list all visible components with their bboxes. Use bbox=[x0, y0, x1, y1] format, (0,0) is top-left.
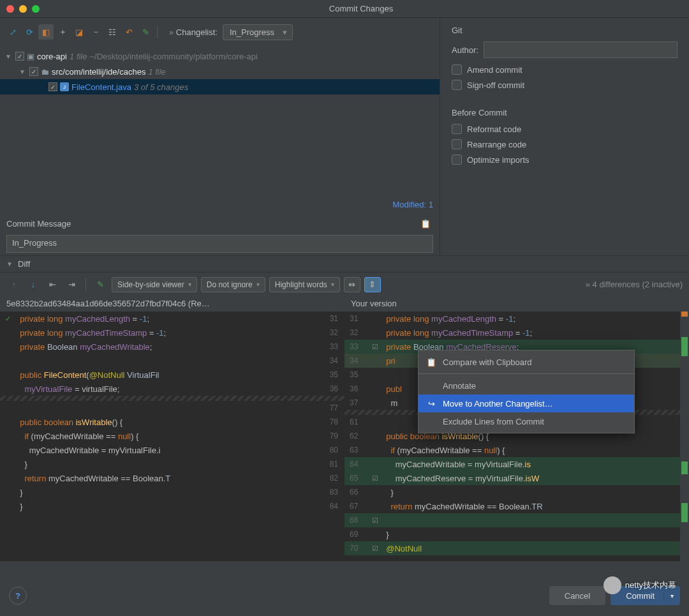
close-window-button[interactable] bbox=[6, 5, 14, 13]
viewer-dropdown[interactable]: Side-by-side viewer bbox=[112, 277, 197, 292]
ignore-dropdown[interactable]: Do not ignore bbox=[201, 277, 265, 292]
window-title: Commit Changes bbox=[40, 4, 683, 13]
prev-change-icon[interactable]: ↑ bbox=[6, 277, 22, 292]
changelist-dropdown[interactable]: In_Progress bbox=[223, 24, 293, 40]
checkbox[interactable]: ✓ bbox=[48, 82, 57, 91]
right-code[interactable]: 📋 Compare with Clipboard Annotate ↪ Move… bbox=[344, 312, 689, 561]
sync-scroll-button[interactable]: ⇕ bbox=[364, 277, 381, 292]
maximize-window-button[interactable] bbox=[32, 5, 40, 13]
exclude-lines-item[interactable]: Exclude Lines from Commit bbox=[419, 412, 634, 430]
module-name: core-api bbox=[37, 52, 67, 61]
collapse-unchanged-button[interactable]: ⇔ bbox=[344, 277, 360, 292]
module-info: 1 file bbox=[70, 52, 87, 61]
help-button[interactable]: ? bbox=[9, 587, 27, 605]
refresh-icon[interactable]: ⟳ bbox=[22, 24, 37, 40]
commit-message-input[interactable]: In_Progress bbox=[6, 235, 433, 253]
checkbox[interactable] bbox=[452, 139, 462, 149]
git-section-header: Git bbox=[452, 26, 678, 35]
edit-icon[interactable]: ✎ bbox=[93, 277, 108, 292]
module-path: ~/Desktop/intellij-community/platform/co… bbox=[89, 52, 257, 61]
folder-info: 1 file bbox=[148, 67, 165, 77]
left-pane-title: 5e8332b2ad63484aa1d66de356572d7fbd7f04c6… bbox=[0, 296, 344, 312]
expand-icon[interactable]: ▼ bbox=[5, 53, 13, 60]
diff-status: 4 differences (2 inactive) bbox=[586, 280, 683, 289]
tree-file-row[interactable]: ✓ J FileContent.java 3 of 5 changes bbox=[0, 79, 440, 94]
prev-file-icon[interactable]: ⇤ bbox=[45, 277, 60, 292]
changes-tree[interactable]: ▼ ✓ ▣ core-api 1 file ~/Desktop/intellij… bbox=[0, 46, 440, 197]
changelist-label: Changelist: bbox=[169, 27, 218, 37]
checkbox[interactable]: ✓ bbox=[29, 67, 38, 76]
annotate-item[interactable]: Annotate bbox=[419, 377, 634, 394]
tree-folder-row[interactable]: ▼ ✓ 🖿 src/com/intellij/ide/caches 1 file bbox=[0, 64, 440, 79]
show-diff-icon[interactable]: ⤢ bbox=[5, 24, 20, 40]
compare-clipboard-item[interactable]: 📋 Compare with Clipboard bbox=[419, 353, 634, 371]
left-pane: 5e8332b2ad63484aa1d66de356572d7fbd7f04c6… bbox=[0, 296, 344, 561]
history-icon[interactable]: 📋 bbox=[418, 216, 433, 231]
collapse-icon[interactable]: ▼ bbox=[6, 260, 14, 267]
left-code[interactable]: ✓ private long myCachedLength = -1;31 pr… bbox=[0, 312, 344, 561]
checkbox[interactable]: ✓ bbox=[15, 52, 24, 61]
move-icon: ↪ bbox=[426, 399, 436, 409]
dialog-buttons: ? Cancel Commit bbox=[0, 582, 689, 610]
diff-panes: 5e8332b2ad63484aa1d66de356572d7fbd7f04c6… bbox=[0, 296, 689, 561]
diff-label: Diff bbox=[18, 259, 30, 269]
diff-toolbar: ↑ ↓ ⇤ ⇥ ✎ Side-by-side viewer Do not ign… bbox=[0, 272, 689, 296]
author-label: Author: bbox=[452, 45, 478, 55]
commit-message-label: Commit Message bbox=[6, 219, 71, 229]
expand-icon[interactable]: ▼ bbox=[19, 68, 27, 75]
next-file-icon[interactable]: ⇥ bbox=[64, 277, 79, 292]
reformat-option[interactable]: Reformat code bbox=[452, 124, 678, 134]
options-panel: Git Author: Amend commit Sign-off commit… bbox=[440, 18, 689, 255]
checkbox[interactable] bbox=[452, 64, 462, 75]
right-pane: Your version 📋 Compare with Clipboard An… bbox=[344, 296, 689, 561]
signoff-option[interactable]: Sign-off commit bbox=[452, 80, 678, 90]
folder-icon: 🖿 bbox=[41, 67, 49, 77]
add-icon[interactable]: ＋ bbox=[55, 24, 70, 40]
amend-option[interactable]: Amend commit bbox=[452, 64, 678, 75]
author-input[interactable] bbox=[484, 41, 678, 58]
tree-status: Modified: 1 bbox=[0, 197, 440, 212]
highlight-dropdown[interactable]: Highlight words bbox=[269, 277, 340, 292]
file-name: FileContent.java bbox=[71, 82, 131, 92]
group-icon[interactable]: ☷ bbox=[105, 24, 120, 40]
minimize-window-button[interactable] bbox=[19, 5, 27, 13]
unknown-icon[interactable]: ◧ bbox=[38, 24, 54, 40]
wechat-icon bbox=[604, 576, 621, 594]
diff-header[interactable]: ▼ Diff bbox=[0, 255, 689, 272]
changes-toolbar: ⤢ ⟳ ◧ ＋ ◪ － ☷ ↶ ✎ Changelist: In_Progres… bbox=[0, 18, 440, 46]
right-pane-title: Your version bbox=[344, 296, 689, 312]
history-icon[interactable]: ✎ bbox=[138, 24, 153, 40]
checkbox[interactable] bbox=[452, 154, 462, 165]
module-icon: ▣ bbox=[27, 52, 34, 61]
before-commit-header: Before Commit bbox=[452, 108, 678, 117]
remove-icon[interactable]: － bbox=[88, 24, 103, 40]
rollback-icon[interactable]: ↶ bbox=[121, 24, 137, 40]
next-change-icon[interactable]: ↓ bbox=[26, 277, 41, 292]
clipboard-icon: 📋 bbox=[426, 357, 436, 367]
tree-module-row[interactable]: ▼ ✓ ▣ core-api 1 file ~/Desktop/intellij… bbox=[0, 49, 440, 64]
file-info: 3 of 5 changes bbox=[134, 82, 188, 92]
cancel-button[interactable]: Cancel bbox=[549, 586, 605, 605]
java-file-icon: J bbox=[60, 82, 69, 91]
watermark: netty技术内幕 bbox=[604, 576, 676, 594]
titlebar: Commit Changes bbox=[0, 0, 689, 18]
context-menu: 📋 Compare with Clipboard Annotate ↪ Move… bbox=[418, 350, 635, 433]
move-changelist-item[interactable]: ↪ Move to Another Changelist… bbox=[419, 394, 634, 412]
traffic-lights bbox=[6, 5, 40, 13]
changelist-icon[interactable]: ◪ bbox=[71, 24, 87, 40]
folder-name: src/com/intellij/ide/caches bbox=[52, 67, 145, 77]
rearrange-option[interactable]: Rearrange code bbox=[452, 139, 678, 149]
checkbox[interactable] bbox=[452, 124, 462, 134]
optimize-option[interactable]: Optimize imports bbox=[452, 154, 678, 165]
checkbox[interactable] bbox=[452, 80, 462, 90]
